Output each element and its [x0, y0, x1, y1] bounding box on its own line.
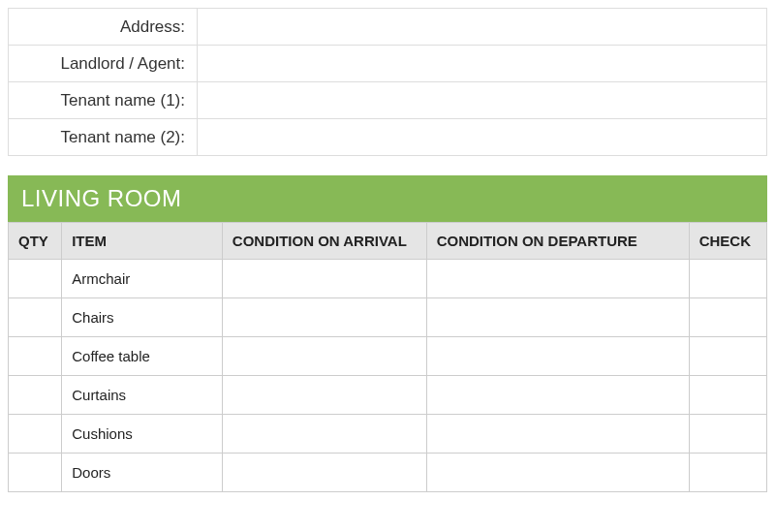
cell-departure[interactable]	[426, 260, 689, 298]
table-row: Doors	[9, 454, 767, 492]
header-qty: QTY	[9, 223, 62, 260]
cell-item: Armchair	[62, 260, 223, 298]
address-label: Address:	[9, 9, 198, 46]
cell-departure[interactable]	[426, 454, 689, 492]
info-row-landlord: Landlord / Agent:	[9, 46, 767, 82]
cell-qty[interactable]	[9, 260, 62, 298]
table-row: Coffee table	[9, 337, 767, 376]
section-header-living-room: LIVING ROOM	[8, 175, 767, 222]
landlord-value[interactable]	[198, 46, 767, 82]
cell-qty[interactable]	[9, 298, 62, 337]
tenant2-value[interactable]	[198, 119, 767, 156]
cell-departure[interactable]	[426, 298, 689, 337]
landlord-label: Landlord / Agent:	[9, 46, 198, 82]
cell-qty[interactable]	[9, 454, 62, 492]
info-row-address: Address:	[9, 9, 767, 46]
cell-arrival[interactable]	[222, 415, 426, 454]
cell-departure[interactable]	[426, 415, 689, 454]
cell-departure[interactable]	[426, 376, 689, 415]
cell-check[interactable]	[689, 260, 766, 298]
cell-check[interactable]	[689, 454, 766, 492]
cell-item: Doors	[62, 454, 223, 492]
cell-arrival[interactable]	[222, 298, 426, 337]
info-table: Address: Landlord / Agent: Tenant name (…	[8, 8, 767, 156]
cell-item: Cushions	[62, 415, 223, 454]
tenant2-label: Tenant name (2):	[9, 119, 198, 156]
cell-qty[interactable]	[9, 376, 62, 415]
header-check: CHECK	[689, 223, 766, 260]
cell-qty[interactable]	[9, 415, 62, 454]
cell-qty[interactable]	[9, 337, 62, 376]
cell-departure[interactable]	[426, 337, 689, 376]
info-row-tenant1: Tenant name (1):	[9, 82, 767, 119]
inventory-header-row: QTY ITEM CONDITION ON ARRIVAL CONDITION …	[9, 223, 767, 260]
tenant1-value[interactable]	[198, 82, 767, 119]
cell-check[interactable]	[689, 337, 766, 376]
cell-check[interactable]	[689, 298, 766, 337]
cell-check[interactable]	[689, 376, 766, 415]
cell-item: Chairs	[62, 298, 223, 337]
tenant1-label: Tenant name (1):	[9, 82, 198, 119]
header-arrival: CONDITION ON ARRIVAL	[222, 223, 426, 260]
table-row: Cushions	[9, 415, 767, 454]
cell-arrival[interactable]	[222, 260, 426, 298]
header-departure: CONDITION ON DEPARTURE	[426, 223, 689, 260]
table-row: Curtains	[9, 376, 767, 415]
cell-arrival[interactable]	[222, 376, 426, 415]
table-row: Armchair	[9, 260, 767, 298]
inventory-body: Armchair Chairs Coffee table Curtains	[9, 260, 767, 492]
table-row: Chairs	[9, 298, 767, 337]
info-row-tenant2: Tenant name (2):	[9, 119, 767, 156]
address-value[interactable]	[198, 9, 767, 46]
header-item: ITEM	[62, 223, 223, 260]
inventory-table: QTY ITEM CONDITION ON ARRIVAL CONDITION …	[8, 222, 767, 492]
cell-check[interactable]	[689, 415, 766, 454]
cell-arrival[interactable]	[222, 454, 426, 492]
cell-item: Curtains	[62, 376, 223, 415]
cell-arrival[interactable]	[222, 337, 426, 376]
cell-item: Coffee table	[62, 337, 223, 376]
